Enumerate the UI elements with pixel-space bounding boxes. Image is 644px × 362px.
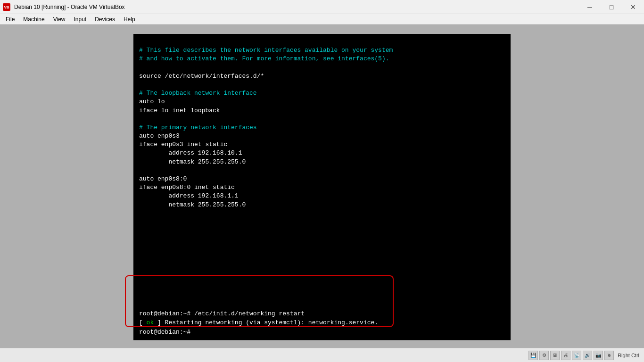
status-icon-4[interactable]: 🖨	[561, 351, 570, 360]
status-icon-2[interactable]: ⚙	[539, 351, 549, 360]
terminal-line-15: netmask 255.255.255.0	[139, 201, 246, 208]
right-ctrl-label: Right Ctrl	[618, 353, 639, 358]
terminal-bottom[interactable]: root@debian:~# /etc/init.d/networking re…	[133, 305, 511, 341]
terminal-line-14: address 192.168.1.1	[139, 192, 239, 199]
minimize-button[interactable]: ─	[579, 0, 601, 14]
menu-help[interactable]: Help	[120, 14, 139, 24]
status-bar: 💾 ⚙ 🖥 🖨 📡 🔊 📷 🖱 Right Ctrl	[0, 348, 644, 362]
terminal-line-1: # This file describes the network interf…	[139, 47, 393, 54]
menu-bar: File Machine View Input Devices Help	[0, 14, 644, 25]
status-icon-6[interactable]: 🔊	[583, 351, 592, 360]
main-area: # This file describes the network interf…	[0, 25, 644, 362]
status-icon-5[interactable]: 📡	[572, 351, 581, 360]
terminal-line-3: source /etc/network/interfaces.d/*	[139, 73, 264, 80]
terminal-line-11: netmask 255.255.255.0	[139, 158, 246, 165]
status-icon-8[interactable]: 🖱	[604, 351, 614, 360]
menu-file[interactable]: File	[2, 14, 18, 24]
svg-text:VB: VB	[4, 5, 9, 9]
menu-input[interactable]: Input	[70, 14, 91, 24]
terminal-line-2: # and how to activate them. For more inf…	[139, 55, 389, 62]
title-bar-left: VB Debian 10 [Running] - Oracle VM Virtu…	[0, 3, 125, 11]
close-button[interactable]: ✕	[622, 0, 644, 14]
menu-view[interactable]: View	[50, 14, 69, 24]
title-bar: VB Debian 10 [Running] - Oracle VM Virtu…	[0, 0, 644, 14]
status-icons: 💾 ⚙ 🖥 🖨 📡 🔊 📷 🖱 Right Ctrl	[528, 351, 639, 360]
title-bar-controls: ─ □ ✕	[579, 0, 644, 14]
ok-line: [ ok ] Restarting networking (via system…	[139, 318, 505, 328]
terminal-output[interactable]: # This file describes the network interf…	[133, 34, 511, 305]
status-icon-3[interactable]: 🖥	[550, 351, 560, 360]
vm-window[interactable]: # This file describes the network interf…	[133, 34, 511, 340]
ok-word: ok	[147, 319, 154, 326]
terminal-line-8: auto enp0s3	[139, 132, 180, 140]
terminal-line-12: auto enp0s8:0	[139, 175, 187, 182]
menu-devices[interactable]: Devices	[91, 14, 119, 24]
prompt-final: root@debian:~#	[139, 328, 505, 337]
window-title: Debian 10 [Running] - Oracle VM VirtualB…	[14, 4, 125, 10]
maximize-button[interactable]: □	[601, 0, 622, 14]
virtualbox-icon: VB	[3, 3, 10, 11]
terminal-line-7: # The primary network interfaces	[139, 124, 257, 131]
terminal-line-9: iface enp0s3 inet static	[139, 141, 227, 148]
command-line: root@debian:~# /etc/init.d/networking re…	[139, 309, 505, 319]
terminal-line-13: iface enp0s8:0 inet static	[139, 184, 235, 191]
status-icon-1[interactable]: 💾	[528, 351, 538, 360]
terminal-line-4: # The loopback network interface	[139, 90, 257, 97]
terminal-line-10: address 192.168.10.1	[139, 149, 242, 156]
terminal-line-5: auto lo	[139, 98, 165, 105]
terminal-line-6: iface lo inet loopback	[139, 107, 220, 114]
menu-machine[interactable]: Machine	[19, 14, 48, 24]
status-icon-7[interactable]: 📷	[594, 351, 603, 360]
